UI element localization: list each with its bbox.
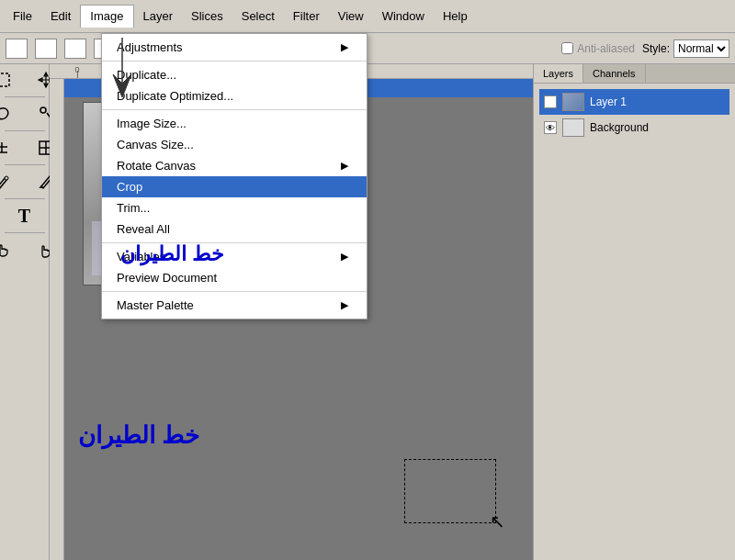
menu-overlay[interactable]: Adjustments ▶ Duplicate... Duplicate Opt… — [0, 0, 735, 560]
submenu-arrow-adjustments: ▶ — [341, 41, 348, 53]
menu-crop[interactable]: Crop — [102, 176, 367, 197]
menu-rotate-canvas[interactable]: Rotate Canvas ▶ — [102, 155, 367, 176]
menu-canvas-size-label: Canvas Size... — [117, 138, 194, 151]
submenu-arrow-rotate: ▶ — [341, 160, 348, 172]
menu-preview-document-label: Preview Document — [117, 271, 217, 285]
menu-adjustments[interactable]: Adjustments ▶ — [102, 37, 367, 58]
submenu-arrow-master-palette: ▶ — [341, 299, 348, 311]
menu-image-size-label: Image Size... — [117, 117, 187, 130]
menu-duplicate[interactable]: Duplicate... — [102, 64, 367, 85]
menu-duplicate-optimized[interactable]: Duplicate Optimized... — [102, 85, 367, 106]
sep-2 — [102, 109, 367, 110]
sep-4 — [102, 291, 367, 292]
image-menu: Adjustments ▶ Duplicate... Duplicate Opt… — [101, 33, 368, 319]
menu-adjustments-label: Adjustments — [117, 40, 183, 54]
menu-trim[interactable]: Trim... — [102, 197, 367, 218]
submenu-arrow-variables: ▶ — [341, 251, 348, 263]
menu-image-size[interactable]: Image Size... — [102, 113, 367, 134]
menu-master-palette[interactable]: Master Palette ▶ — [102, 295, 367, 316]
menu-variables[interactable]: Variables خط الطيران ▶ — [102, 246, 367, 267]
sep-1 — [102, 61, 367, 62]
menu-duplicate-label: Duplicate... — [117, 68, 176, 82]
menu-crop-label: Crop — [117, 180, 142, 194]
menu-canvas-size[interactable]: Canvas Size... — [102, 134, 367, 155]
menu-master-palette-label: Master Palette — [117, 298, 194, 312]
menu-reveal-all[interactable]: Reveal All — [102, 218, 367, 240]
menu-rotate-canvas-label: Rotate Canvas — [117, 159, 196, 173]
menu-variables-label: Variables — [117, 250, 165, 263]
sep-3 — [102, 242, 367, 243]
menu-duplicate-optimized-label: Duplicate Optimized... — [117, 89, 233, 103]
menu-reveal-all-label: Reveal All — [117, 222, 170, 236]
menu-trim-label: Trim... — [117, 201, 150, 215]
menu-preview-document[interactable]: Preview Document — [102, 267, 367, 288]
